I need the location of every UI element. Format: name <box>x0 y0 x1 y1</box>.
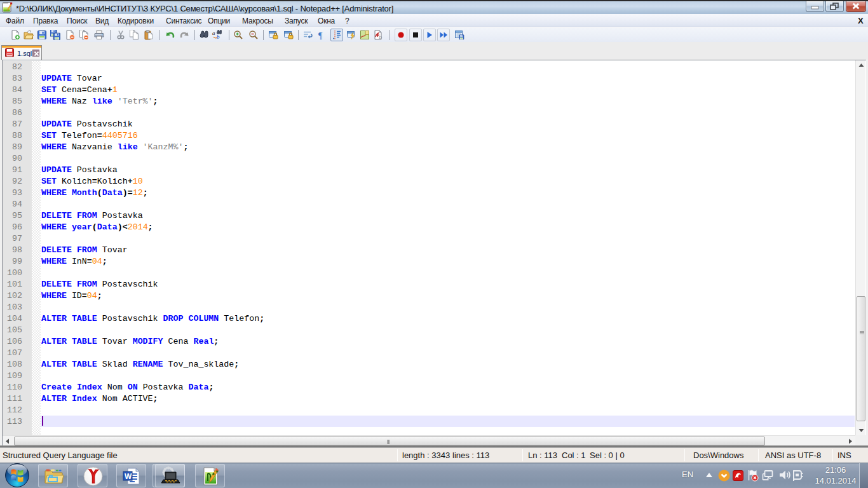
svg-text:¶: ¶ <box>318 31 323 41</box>
svg-text:W: W <box>125 472 132 481</box>
svg-text:b: b <box>217 34 220 40</box>
svg-text:D: D <box>379 35 382 40</box>
svg-text:a: a <box>212 30 215 36</box>
